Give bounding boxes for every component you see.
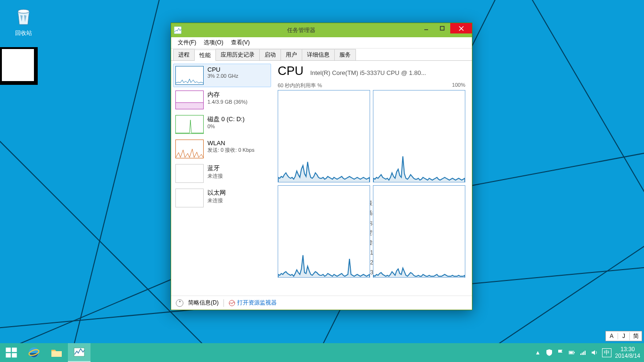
sidebar-item-label: 以太网 xyxy=(207,189,226,197)
tray-clock[interactable]: 13:30 2014/8/14 xyxy=(615,346,640,360)
sidebar-item-sub: 发送: 0 接收: 0 Kbps xyxy=(207,147,255,154)
svg-rect-20 xyxy=(6,353,10,357)
svg-rect-18 xyxy=(6,348,10,352)
system-tray: ▲ 中 13:30 2014/8/14 xyxy=(534,343,644,362)
tray-shield-icon[interactable] xyxy=(545,349,553,356)
close-button[interactable] xyxy=(450,23,472,33)
svg-rect-29 xyxy=(580,354,581,355)
taskbar-app-taskmgr[interactable] xyxy=(68,343,91,362)
taskbar: ▲ 中 13:30 2014/8/14 xyxy=(0,343,644,362)
tab-users[interactable]: 用户 xyxy=(281,49,302,60)
separator xyxy=(223,299,224,307)
cpu-core-chart-3 xyxy=(373,185,465,278)
performance-sidebar: CPU3% 2.00 GHz 内存1.4/3.9 GB (36%) 磁盘 0 (… xyxy=(171,61,273,296)
tab-processes[interactable]: 进程 xyxy=(173,49,195,60)
sidebar-item-label: 内存 xyxy=(207,90,248,99)
chart-y-label: 100% xyxy=(452,82,465,89)
sidebar-item-cpu[interactable]: CPU3% 2.00 GHz xyxy=(173,64,271,87)
svg-rect-31 xyxy=(583,352,584,355)
tray-volume-icon[interactable] xyxy=(591,349,598,356)
svg-rect-30 xyxy=(582,353,583,355)
task-manager-window: 任务管理器 文件(F) 选项(O) 查看(V) 进程 性能 应用历史记录 启动 … xyxy=(171,23,472,310)
svg-rect-27 xyxy=(574,352,575,353)
app-icon xyxy=(174,26,182,34)
maximize-button[interactable] xyxy=(434,23,450,33)
sidebar-item-sub: 0% xyxy=(207,123,245,129)
sidebar-item-label: CPU xyxy=(207,66,238,73)
tray-chevron-up-icon[interactable]: ▲ xyxy=(534,349,542,356)
ime-bar[interactable]: A J 简 xyxy=(605,331,642,341)
sidebar-item-disk[interactable]: 磁盘 0 (C: D:)0% xyxy=(173,113,271,136)
tab-services[interactable]: 服务 xyxy=(334,49,356,60)
ethernet-thumb-icon xyxy=(175,189,204,207)
cpu-thumb-icon xyxy=(175,66,204,85)
tabs: 进程 性能 应用历史记录 启动 用户 详细信息 服务 xyxy=(171,49,472,61)
svg-point-9 xyxy=(18,9,29,13)
svg-rect-32 xyxy=(585,351,586,355)
desktop-icon-recycle-bin[interactable]: 回收站 xyxy=(5,5,42,37)
sidebar-item-label: 磁盘 0 (C: D:) xyxy=(207,115,245,123)
taskmgr-icon xyxy=(73,346,86,359)
open-resmon-label: 打开资源监视器 xyxy=(237,299,277,307)
tab-app-history[interactable]: 应用历史记录 xyxy=(215,49,260,60)
svg-rect-21 xyxy=(12,353,17,357)
minimize-button[interactable] xyxy=(418,23,434,33)
tray-time: 13:30 xyxy=(615,346,640,353)
disk-thumb-icon xyxy=(175,115,204,134)
tab-startup[interactable]: 启动 xyxy=(259,49,281,60)
window-title: 任务管理器 xyxy=(184,26,418,34)
svg-rect-12 xyxy=(440,26,444,30)
cpu-core-chart-1 xyxy=(373,90,465,182)
titlebar[interactable]: 任务管理器 xyxy=(171,23,472,37)
taskbar-app-explorer[interactable] xyxy=(45,343,68,362)
page-title: CPU xyxy=(278,64,304,78)
tab-performance[interactable]: 性能 xyxy=(194,49,216,61)
taskbar-app-ie[interactable] xyxy=(23,343,45,362)
svg-rect-24 xyxy=(51,351,62,357)
brief-info-button[interactable]: 简略信息(D) xyxy=(188,299,219,307)
ie-icon xyxy=(27,346,41,359)
ime-mode-a[interactable]: A xyxy=(606,333,618,339)
menu-file[interactable]: 文件(F) xyxy=(174,38,200,48)
sidebar-item-ethernet[interactable]: 以太网未连接 xyxy=(173,186,271,210)
ime-mode-b[interactable]: J xyxy=(618,333,630,339)
tray-network-icon[interactable] xyxy=(579,349,587,356)
memory-thumb-icon xyxy=(175,90,204,109)
menubar: 文件(F) 选项(O) 查看(V) xyxy=(171,37,472,49)
svg-rect-28 xyxy=(570,352,573,354)
sidebar-item-memory[interactable]: 内存1.4/3.9 GB (36%) xyxy=(173,88,271,112)
sidebar-item-sub: 1.4/3.9 GB (36%) xyxy=(207,99,248,105)
menu-options[interactable]: 选项(O) xyxy=(200,38,227,48)
svg-rect-19 xyxy=(12,348,17,352)
tray-flag-icon[interactable] xyxy=(557,349,564,356)
sidebar-item-label: WLAN xyxy=(207,140,255,147)
resmon-icon xyxy=(229,300,235,306)
chevron-up-icon[interactable]: ˄ xyxy=(176,299,183,307)
open-resmon-link[interactable]: 打开资源监视器 xyxy=(229,299,277,307)
desktop-item-blackbox[interactable] xyxy=(0,47,38,85)
cpu-core-charts xyxy=(278,90,465,194)
sidebar-item-label: 蓝牙 xyxy=(207,164,223,173)
tray-language[interactable]: 中 xyxy=(602,348,611,357)
menu-view[interactable]: 查看(V) xyxy=(227,38,254,48)
sidebar-item-sub: 未连接 xyxy=(207,173,223,180)
tray-power-icon[interactable] xyxy=(568,349,576,356)
cpu-model: Intel(R) Core(TM) i5-3337U CPU @ 1.80... xyxy=(310,69,426,76)
tray-date: 2014/8/14 xyxy=(615,353,640,359)
recycle-bin-icon xyxy=(12,5,35,27)
folder-icon xyxy=(50,346,63,359)
tab-details[interactable]: 详细信息 xyxy=(302,49,335,60)
cpu-core-chart-0 xyxy=(278,90,370,182)
sidebar-item-wlan[interactable]: WLAN发送: 0 接收: 0 Kbps xyxy=(173,137,271,161)
svg-rect-15 xyxy=(176,103,203,109)
cpu-core-chart-2 xyxy=(278,185,370,278)
performance-main: CPU Intel(R) Core(TM) i5-3337U CPU @ 1.8… xyxy=(273,61,472,296)
sidebar-item-sub: 3% 2.00 GHz xyxy=(207,73,238,79)
desktop-icon-label: 回收站 xyxy=(5,29,42,37)
start-button[interactable] xyxy=(0,343,23,362)
sidebar-item-bluetooth[interactable]: 蓝牙未连接 xyxy=(173,162,271,185)
sidebar-item-sub: 未连接 xyxy=(207,197,226,204)
ime-mode-c[interactable]: 简 xyxy=(629,332,642,340)
wlan-thumb-icon xyxy=(175,140,204,158)
chart-x-label: 60 秒内的利用率 % xyxy=(278,82,322,89)
